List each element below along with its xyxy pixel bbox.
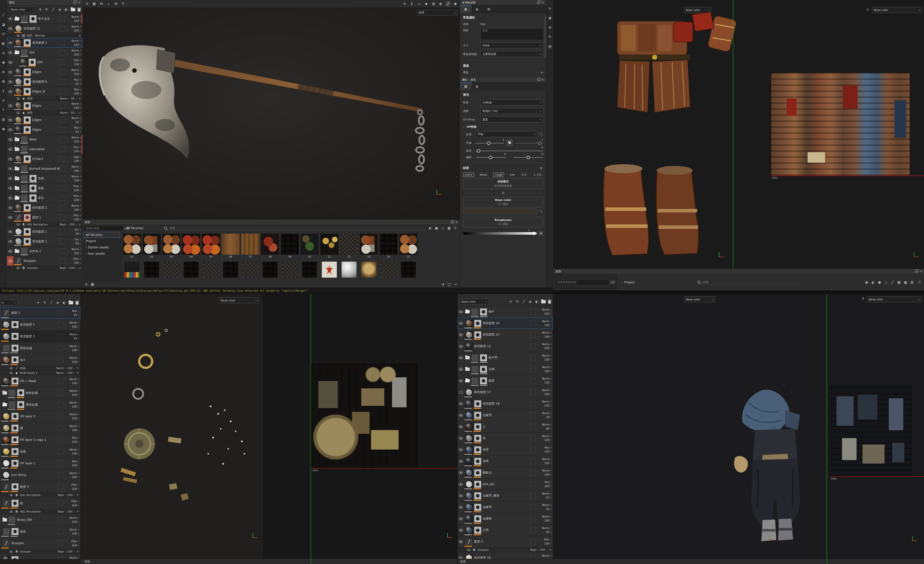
blend-mode-dropdown[interactable]: Mul∨ [74, 78, 81, 81]
effect-visibility-icon[interactable] [16, 34, 20, 37]
viewport-3d[interactable]: Base color [553, 294, 827, 559]
opacity-dropdown[interactable]: 100∨ [74, 179, 81, 182]
polygon-fill-tool-icon[interactable]: ◧ [2, 42, 6, 45]
lock-icon[interactable] [506, 140, 513, 146]
blend-mode-dropdown[interactable]: Norm∨ [542, 400, 552, 404]
layer-row[interactable]: 斧头Pthr∨100∨ [7, 193, 82, 203]
assets-tab-strip[interactable]: 资源 [458, 559, 924, 564]
layer-row[interactable]: 文件夹 2Norm∨100∨ [7, 246, 82, 256]
channel-dropdown[interactable]: Base color [459, 298, 489, 304]
layer-effect-row[interactable]: ◆填充Norm∨50∨× [7, 96, 82, 101]
list-view-icon[interactable]: ≡ [84, 282, 88, 286]
remove-effect-icon[interactable]: × [76, 366, 79, 370]
display-flat-icon[interactable]: ▣ [435, 226, 438, 230]
uv-texture-armor[interactable] [771, 72, 910, 176]
opacity-dropdown[interactable]: 100∨ [74, 29, 81, 32]
opacity-dropdown[interactable]: 100∨ [74, 198, 81, 202]
layer-row[interactable]: 斧子水头Norm∨100∨ [7, 14, 82, 24]
blend-mode-dropdown[interactable]: Pthr∨ [74, 214, 81, 217]
layer-visibility-icon[interactable] [459, 471, 463, 474]
asset-thumbnail[interactable] [243, 262, 258, 278]
pivot-icon[interactable]: ⊞ [114, 2, 118, 6]
blend-mode-dropdown[interactable]: Norm∨ [72, 136, 81, 139]
layer-row[interactable]: 填充图层 16Norm∨100∨ [458, 552, 553, 559]
add-folder-icon[interactable] [69, 301, 73, 304]
layer-row[interactable]: DirtNorm∨100∨ [7, 48, 82, 57]
uv-texture-cloth[interactable] [830, 385, 912, 477]
layer-row[interactable]: 填充图层 1Norm∨55∨ [0, 331, 81, 342]
viewport-3d[interactable]: ⊡▦⋈⊥⊞↻ ⊘∥◇◆▤◐╱◉ 材质 [82, 0, 460, 219]
blend-mode-dropdown[interactable]: Mul∨ [74, 59, 81, 62]
asset-thumbnail[interactable] [262, 262, 278, 278]
asset-thumbnail[interactable] [360, 234, 378, 255]
asset-thumbnail[interactable] [361, 262, 376, 278]
tab-channels[interactable]: ◐ [471, 5, 483, 13]
uv-transform-heading[interactable]: UV转换 [467, 125, 477, 129]
layer-row[interactable]: 布料Norm∨100∨ [7, 174, 82, 183]
layer-row[interactable]: 填充图层 8Mul∨61∨ [7, 77, 82, 87]
base-color-swatch[interactable] [463, 208, 537, 214]
layer-visibility-icon[interactable] [459, 425, 463, 428]
asset-thumbnail[interactable] [340, 234, 358, 255]
shader-settings-icon[interactable]: ⊕ [548, 26, 552, 30]
layer-visibility-icon[interactable] [459, 483, 463, 486]
blend-mode-dropdown[interactable]: Mul∨ [72, 460, 79, 463]
delete-layer-icon[interactable] [78, 9, 81, 12]
layer-row[interactable]: 边缘亮Norm∨54∨ [458, 501, 553, 513]
asset-thumbnail[interactable] [301, 234, 319, 255]
view3d-channel-dropdown[interactable]: Base color [219, 297, 259, 303]
asset-thumbnail[interactable] [203, 262, 218, 278]
asset-thumbnail[interactable] [282, 262, 297, 278]
opacity-dropdown[interactable]: 100∨ [72, 532, 79, 535]
remove-effect-icon[interactable]: × [78, 111, 81, 115]
uv-texture-metal[interactable] [311, 364, 418, 468]
layer-effect-row[interactable]: ◆填充Norm∨50∨× [7, 111, 82, 115]
blend-mode-dropdown[interactable]: Mul∨ [72, 436, 79, 440]
armor-model[interactable] [575, 8, 745, 265]
offset-y-slider[interactable]: 0 [513, 155, 543, 159]
blend-mode-dropdown[interactable]: Norm∨ [542, 343, 552, 346]
opacity-dropdown[interactable]: 100∨ [544, 484, 552, 488]
asset-thumbnail[interactable] [242, 234, 260, 255]
display-sphere-icon[interactable]: ◐ [428, 226, 432, 230]
text-tool-icon[interactable]: T [2, 108, 6, 112]
roughness-slider[interactable]: 1 [463, 232, 537, 235]
blend-mode-dropdown[interactable]: Norm∨ [72, 102, 81, 105]
layer-row[interactable]: 填充图层 11Norm∨100∨ [7, 24, 82, 33]
opacity-dropdown[interactable]: 54∨ [546, 507, 552, 511]
assets-tab-strip[interactable]: 资源 [81, 559, 457, 564]
eye-slash-icon[interactable] [610, 281, 615, 284]
undock-icon[interactable] [537, 1, 540, 4]
layer-row[interactable]: 银色金属Norm∨100∨ [0, 387, 81, 399]
asset-thumbnail[interactable] [381, 262, 396, 278]
quick-mask-tool-icon[interactable]: ⊠ [2, 80, 6, 84]
layer-row[interactable]: 黄色金属Norm∨100∨ [0, 342, 81, 354]
tab-general[interactable]: ▦ [460, 5, 471, 13]
opacity-dropdown[interactable]: 100∨ [72, 476, 79, 479]
layer-visibility-icon[interactable] [459, 322, 463, 325]
blend-mode-dropdown[interactable]: Slgt∨ [74, 155, 81, 159]
tiling-x-slider[interactable]: 1 [476, 141, 504, 145]
remove-effect-icon[interactable]: × [76, 371, 79, 375]
asset-thumbnail[interactable] [142, 234, 160, 255]
layer-visibility-icon[interactable] [459, 506, 463, 508]
layer-visibility-icon[interactable] [8, 240, 12, 243]
opacity-dropdown[interactable]: 100∨ [74, 92, 81, 95]
opacity-dropdown[interactable]: 100∨ [544, 404, 552, 407]
layer-row[interactable]: 渐变Norm∨100∨ [458, 456, 553, 467]
grid-view-icon[interactable]: ▦ [90, 282, 94, 286]
fill-layer-icon[interactable]: ◈ [528, 300, 532, 304]
layer-row[interactable]: ╱图Pthr∨100∨ [0, 498, 81, 509]
opacity-dropdown[interactable]: 100∨ [74, 150, 81, 153]
asset-thumbnail[interactable] [401, 262, 416, 278]
assets-breadcrumb[interactable]: ›All libraries [124, 226, 143, 230]
material-menu-icon[interactable]: ≡ [539, 166, 543, 170]
layer-effect-row[interactable]: SHSL PerceptiveRepl∨100∨× [0, 509, 81, 514]
opacity-dropdown[interactable]: 100∨ [74, 189, 81, 192]
remove-effect-icon[interactable]: × [78, 34, 81, 38]
stack-icon[interactable]: ▤ [432, 2, 435, 6]
layer-row[interactable]: 边缘亮Norm∨38∨ [458, 410, 553, 421]
blend-mode-dropdown[interactable]: Norm∨ [72, 25, 81, 28]
blend-mode-dropdown[interactable]: Mul∨ [74, 126, 81, 129]
layer-row[interactable]: 土Norm∨60∨ [458, 421, 553, 432]
